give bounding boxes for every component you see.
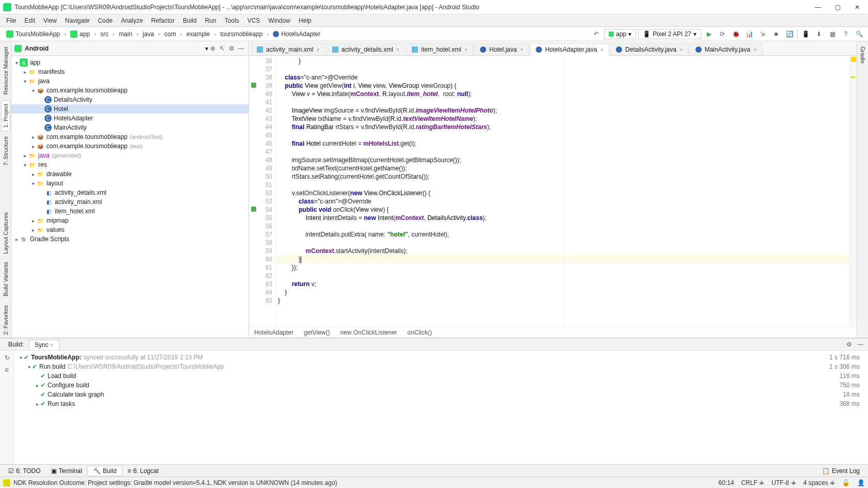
code-line[interactable]: TextView txtName = v.findViewById(R.id.t…: [276, 115, 849, 123]
menu-edit[interactable]: Edit: [20, 16, 39, 25]
close-icon[interactable]: ×: [464, 46, 468, 53]
crumb-method[interactable]: getView(): [304, 329, 330, 336]
build-row-load[interactable]: ✔Load build116 ms: [18, 371, 865, 381]
build-row-taskgraph[interactable]: ✔Calculate task graph18 ms: [18, 390, 865, 399]
menu-vcs[interactable]: VCS: [243, 16, 265, 25]
minimize-button[interactable]: —: [810, 2, 826, 12]
tree-manifests[interactable]: ▸📁manifests: [11, 67, 249, 76]
favorites-tab[interactable]: 2: Favorites: [2, 302, 10, 338]
code-line[interactable]: [276, 65, 849, 73]
sdk-manager-button[interactable]: ⬇: [813, 28, 825, 40]
layout-captures-tab[interactable]: Layout Captures: [2, 209, 10, 257]
gear-icon[interactable]: ⚙: [844, 340, 854, 349]
menu-run[interactable]: Run: [201, 16, 221, 25]
tree-java[interactable]: ▾📁java: [11, 76, 249, 86]
run-button[interactable]: ▶: [703, 28, 715, 40]
tree-gradle-scripts[interactable]: ▸🐘Gradle Scripts: [11, 234, 249, 244]
menu-navigate[interactable]: Navigate: [61, 16, 94, 25]
crumb-class[interactable]: HotelsAdapter: [254, 329, 293, 336]
breadcrumb-class[interactable]: HotelsAdapter: [270, 29, 323, 39]
editor-tab[interactable]: Hotel.java×: [474, 43, 529, 55]
stop-button[interactable]: ■: [770, 28, 782, 40]
tree-detailsactivity[interactable]: CDetailsActivity: [11, 95, 249, 104]
override-marker-icon[interactable]: [251, 207, 256, 212]
tree-layout[interactable]: ▾📁layout: [11, 179, 249, 188]
code-line[interactable]: [276, 98, 849, 106]
warning-marker[interactable]: [851, 76, 855, 78]
breadcrumb-com[interactable]: com: [161, 29, 179, 39]
build-row-configure[interactable]: ▸✔Configure build750 ms: [18, 381, 865, 390]
editor-tab[interactable]: item_hotel.xml×: [406, 43, 473, 55]
menu-code[interactable]: Code: [94, 16, 117, 25]
menu-tools[interactable]: Tools: [221, 16, 243, 25]
build-row-root[interactable]: ▾✔ToursMoblieApp:synced successfully at …: [18, 353, 865, 362]
code-line[interactable]: [276, 272, 849, 280]
editor-tab[interactable]: DetailsActivity.java×: [610, 43, 689, 55]
close-icon[interactable]: ×: [679, 46, 683, 53]
attach-debugger-button[interactable]: ⇲: [757, 28, 768, 40]
breadcrumb-example[interactable]: example: [183, 29, 213, 39]
close-button[interactable]: ✕: [849, 2, 865, 12]
close-icon[interactable]: ×: [396, 46, 399, 53]
indent[interactable]: 4 spaces ≑: [803, 479, 835, 486]
tree-hotel[interactable]: CHotel: [11, 104, 249, 114]
editor-tab[interactable]: activity_details.xml×: [327, 43, 405, 55]
layout-inspector-button[interactable]: ▦: [827, 28, 838, 40]
back-button[interactable]: ↶: [591, 28, 602, 40]
code-line[interactable]: }: [276, 288, 849, 296]
menu-help[interactable]: Help: [295, 16, 316, 25]
code-line[interactable]: public void onClick(View view) {: [276, 206, 849, 214]
code-line[interactable]: public View getView(int i, View view, Vi…: [276, 82, 849, 90]
code-editor[interactable]: } class="c-ann">@Override public View ge…: [276, 56, 849, 326]
tree-hotelsadapter[interactable]: CHotelsAdapter: [11, 114, 249, 123]
code-line[interactable]: class="c-ann">@Override: [276, 197, 849, 206]
gradle-tab[interactable]: Gradle: [859, 43, 867, 67]
tree-item-hotel-xml[interactable]: ◧item_hotel.xml: [11, 207, 249, 216]
tree-pkg-androidtest[interactable]: ▸📦com.example.toursmoblieapp(androidTest…: [11, 132, 249, 141]
close-icon[interactable]: ×: [753, 46, 756, 53]
code-line[interactable]: }: [276, 255, 849, 263]
crumb-anon[interactable]: new OnClickListener: [340, 329, 397, 336]
tree-app[interactable]: ▾aapp: [11, 58, 249, 67]
hide-panel-button[interactable]: —: [856, 340, 865, 349]
menu-build[interactable]: Build: [179, 16, 201, 25]
code-line[interactable]: ImageView imgSource = v.findViewById(R.i…: [276, 106, 849, 115]
inspection-profile-icon[interactable]: 👤: [857, 479, 865, 486]
filter-button[interactable]: ⚟: [2, 365, 12, 375]
todo-tab[interactable]: ☑6: TODO: [3, 466, 46, 476]
code-line[interactable]: txtName.setText(currentHotel.getName());: [276, 164, 849, 172]
tree-pkg-main[interactable]: ▾📦com.example.toursmoblieapp: [11, 86, 249, 95]
profile-button[interactable]: 📊: [743, 28, 755, 40]
code-line[interactable]: mContext.startActivity(intentDetails);: [276, 247, 849, 255]
menu-analyze[interactable]: Analyze: [117, 16, 147, 25]
help-button[interactable]: ?: [840, 28, 851, 40]
cursor-position[interactable]: 60:14: [719, 479, 734, 486]
editor-tab[interactable]: MainActivity.java×: [690, 43, 763, 55]
code-line[interactable]: imgSource.setImageBitmap(currentHotel.ge…: [276, 156, 849, 164]
project-tree[interactable]: ▾aapp ▸📁manifests ▾📁java ▾📦com.example.t…: [11, 56, 249, 338]
lock-icon[interactable]: 🔓: [842, 479, 850, 486]
resource-manager-tab[interactable]: Resource Manager: [2, 43, 10, 98]
editor-gutter[interactable]: 3637383940414243444546474849505152535455…: [249, 56, 276, 326]
code-line[interactable]: [276, 148, 849, 156]
override-marker-icon[interactable]: [251, 83, 256, 88]
code-line[interactable]: });: [276, 263, 849, 272]
close-icon[interactable]: ×: [520, 46, 523, 53]
terminal-tab[interactable]: ▣Terminal: [46, 466, 87, 476]
code-line[interactable]: final RatingBar rtStars = v.findViewById…: [276, 123, 849, 131]
eventlog-tab[interactable]: 📋Event Log: [817, 466, 865, 476]
tree-res[interactable]: ▾📁res: [11, 160, 249, 169]
crumb-onclick[interactable]: onClick(): [408, 329, 432, 336]
breadcrumb-root[interactable]: ToursMoblieApp: [3, 29, 63, 39]
debug-button[interactable]: 🐞: [730, 28, 741, 40]
tree-pkg-test[interactable]: ▸📦com.example.toursmoblieapp(test): [11, 141, 249, 151]
code-line[interactable]: [276, 131, 849, 139]
code-line[interactable]: Intent intentDetails = new Intent(mConte…: [276, 214, 849, 222]
tree-values[interactable]: ▸📁values: [11, 225, 249, 234]
breadcrumb-src[interactable]: src: [97, 29, 112, 39]
logcat-tab[interactable]: ≡6: Logcat: [122, 466, 164, 476]
avd-manager-button[interactable]: 📱: [800, 28, 811, 40]
code-line[interactable]: class="c-ann">@Override: [276, 73, 849, 82]
code-line[interactable]: }: [276, 57, 849, 65]
search-everywhere-button[interactable]: 🔍: [854, 28, 865, 40]
